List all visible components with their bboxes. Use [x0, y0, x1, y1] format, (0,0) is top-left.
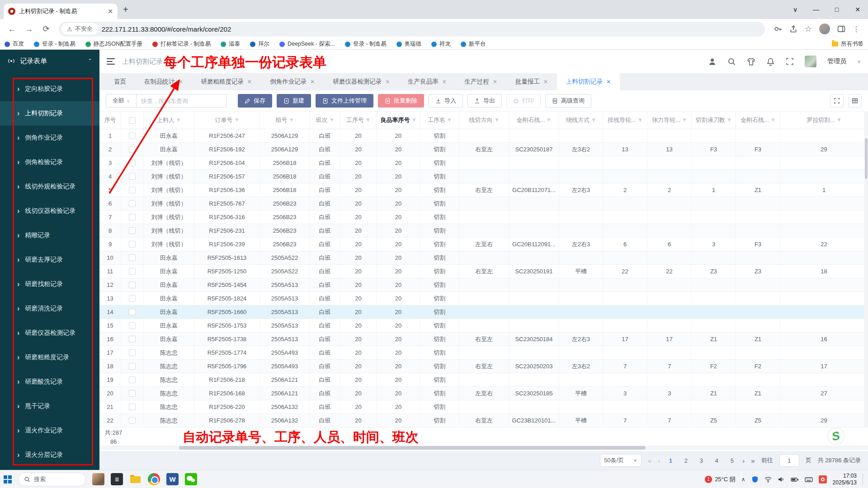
- tab-close-icon[interactable]: ✕: [543, 79, 548, 85]
- last-page-button[interactable]: »: [751, 457, 755, 465]
- table-row[interactable]: 13田永嘉R5F2505-18242505A513白班2020切割: [99, 292, 868, 305]
- batch-delete-button[interactable]: 批量删除: [378, 94, 424, 108]
- sidebar-item-16[interactable]: ›退火分层记录: [0, 443, 99, 467]
- row-checkbox[interactable]: [129, 349, 136, 356]
- table-row[interactable]: 2田永嘉R1F2506-1922506A129白班2020切割右至左SC2302…: [99, 143, 868, 156]
- row-checkbox[interactable]: [129, 132, 136, 139]
- vertical-scrollbar[interactable]: [864, 111, 868, 427]
- hamburger-icon[interactable]: [107, 58, 115, 65]
- row-checkbox[interactable]: [129, 214, 136, 221]
- row-checkbox[interactable]: [129, 295, 136, 302]
- table-row[interactable]: 12田永嘉R5F2505-14542505A513白班2020切割: [99, 278, 868, 292]
- workspace-tab[interactable]: 在制品统计✕: [135, 73, 192, 90]
- user-icon[interactable]: [708, 57, 717, 66]
- volume-icon[interactable]: [778, 476, 785, 483]
- row-checkbox[interactable]: [129, 173, 136, 180]
- workspace-tab[interactable]: 首页: [105, 73, 135, 90]
- filter-icon[interactable]: [330, 118, 334, 122]
- table-row[interactable]: 15田永嘉R5F2505-17532505A513白班2020切割: [99, 319, 868, 333]
- export-button[interactable]: 导出: [467, 94, 502, 108]
- row-checkbox[interactable]: [129, 322, 136, 329]
- tab-close-icon[interactable]: ✕: [108, 8, 113, 15]
- page-number-button[interactable]: 5: [728, 457, 736, 464]
- filter-icon[interactable]: [447, 118, 452, 122]
- file-explorer-icon[interactable]: [129, 473, 142, 485]
- filter-icon[interactable]: [727, 118, 731, 122]
- table-row[interactable]: 16田永嘉R5F2505-17382505A513白班2020切割右至左SC23…: [99, 333, 868, 346]
- workspace-tab[interactable]: 研磨仪器检测记录✕: [324, 73, 399, 90]
- bookmark-item[interactable]: 祥龙: [431, 40, 451, 48]
- row-checkbox[interactable]: [129, 390, 136, 397]
- row-checkbox[interactable]: [129, 282, 136, 288]
- app-icon-dark[interactable]: ≣: [111, 473, 123, 485]
- keyboard-icon[interactable]: [805, 476, 813, 483]
- sidebar-item-12[interactable]: ›研磨粗糙度记录: [0, 345, 99, 370]
- weather-widget[interactable]: 1 25°C 阴: [705, 475, 736, 483]
- table-row[interactable]: 8刘博（线切）R1F2506-2312506B23白班2020切割: [99, 224, 868, 238]
- row-checkbox[interactable]: [129, 200, 136, 207]
- workspace-tab[interactable]: 倒角作业记录✕: [261, 73, 324, 90]
- table-row[interactable]: 20陈志忠R1F2506-1682506A121白班2020切割左至右SC230…: [99, 387, 868, 400]
- filter-icon[interactable]: [495, 118, 499, 122]
- search-icon[interactable]: [727, 57, 736, 66]
- taskbar-search[interactable]: 搜索: [18, 473, 86, 486]
- window-maximize-button[interactable]: □: [826, 0, 847, 19]
- table-row[interactable]: 22陈志忠R1F2506-2782506A132白班2020切割右至左GC23B…: [99, 414, 868, 427]
- filter-icon[interactable]: [289, 118, 294, 122]
- filter-icon[interactable]: [176, 118, 181, 122]
- quick-search-input[interactable]: [137, 94, 227, 108]
- row-checkbox[interactable]: [129, 376, 136, 383]
- table-row[interactable]: 11田永嘉R5F2505-12502505A522白班2020切割右至左SC23…: [99, 265, 868, 278]
- row-checkbox[interactable]: [129, 187, 136, 193]
- table-row[interactable]: 3刘博（线切）R1F2506-1042506B18白班2020切割: [99, 156, 868, 170]
- window-minimize-button[interactable]: —: [806, 0, 826, 19]
- tray-chevron-icon[interactable]: ∧: [741, 476, 745, 483]
- row-checkbox[interactable]: [129, 254, 136, 261]
- first-page-button[interactable]: «: [648, 457, 651, 465]
- bookmark-item[interactable]: 登录 - 制造易: [345, 40, 387, 48]
- sidebar-item-3[interactable]: ›倒角作业记录: [0, 126, 99, 150]
- all-bookmarks-button[interactable]: 所有书签: [832, 40, 863, 48]
- row-checkbox[interactable]: [129, 417, 136, 424]
- sidebar-header[interactable]: 记录表单 ⌃: [0, 50, 99, 72]
- wifi-icon[interactable]: [764, 476, 772, 483]
- show-desktop-button[interactable]: [863, 474, 864, 485]
- filter-icon[interactable]: [591, 118, 596, 122]
- sidebar-item-9[interactable]: ›研磨找粗记录: [0, 272, 99, 296]
- table-fullscreen-icon[interactable]: [830, 94, 844, 108]
- sidebar-item-14[interactable]: ›甩干记录: [0, 394, 99, 418]
- sidebar-item-7[interactable]: ›精雕记录: [0, 223, 99, 248]
- sidebar-item-13[interactable]: ›研磨酸洗记录: [0, 370, 99, 394]
- sidebar-item-8[interactable]: ›研磨去厚记录: [0, 248, 99, 272]
- window-close-button[interactable]: ✕: [847, 0, 868, 19]
- chrome-icon[interactable]: [148, 473, 160, 485]
- address-bar[interactable]: ⚠ 不安全 222.171.211.33:8000/#/core/mark/co…: [59, 22, 765, 37]
- table-row[interactable]: 14田永嘉R5F2505-16602505A513白班2020切割: [99, 305, 868, 319]
- tab-close-icon[interactable]: ✕: [247, 79, 252, 85]
- page-number-button[interactable]: 1: [666, 457, 675, 464]
- start-button[interactable]: [4, 475, 12, 483]
- tab-close-icon[interactable]: ✕: [179, 79, 183, 85]
- row-checkbox[interactable]: [129, 336, 136, 343]
- scope-select[interactable]: 全部 ∨: [106, 94, 137, 108]
- user-caret-icon[interactable]: ∨: [857, 59, 861, 65]
- back-icon[interactable]: ←: [5, 22, 19, 36]
- save-button[interactable]: 保存: [238, 94, 272, 108]
- table-row[interactable]: 4刘博（线切）R1F2506-1572506B18白班2020切割: [99, 170, 868, 183]
- sidebar-item-15[interactable]: ›退火作业记录: [0, 418, 99, 443]
- prev-page-button[interactable]: ‹: [658, 457, 660, 465]
- column-settings-icon[interactable]: [848, 94, 862, 108]
- bookmark-item[interactable]: DeepSeek - 探索...: [279, 40, 335, 48]
- collapse-caret-icon[interactable]: ⌃: [88, 58, 92, 64]
- table-row[interactable]: 1田永嘉R1F2506-2472506A129白班2020切割: [99, 129, 868, 143]
- row-checkbox[interactable]: [129, 309, 136, 315]
- filter-icon[interactable]: [638, 118, 642, 122]
- filter-icon[interactable]: [771, 118, 775, 122]
- workspace-tab[interactable]: 上料切割记录✕: [557, 73, 620, 90]
- tray-app-icon[interactable]: [819, 475, 827, 483]
- next-page-button[interactable]: ›: [742, 457, 745, 465]
- advanced-search-button[interactable]: 高级查询: [545, 94, 591, 108]
- file-upload-manager-button[interactable]: 文件上传管理: [316, 94, 373, 108]
- security-shield-icon[interactable]: [751, 476, 759, 483]
- page-size-select[interactable]: 50条/页 ▼: [600, 454, 642, 467]
